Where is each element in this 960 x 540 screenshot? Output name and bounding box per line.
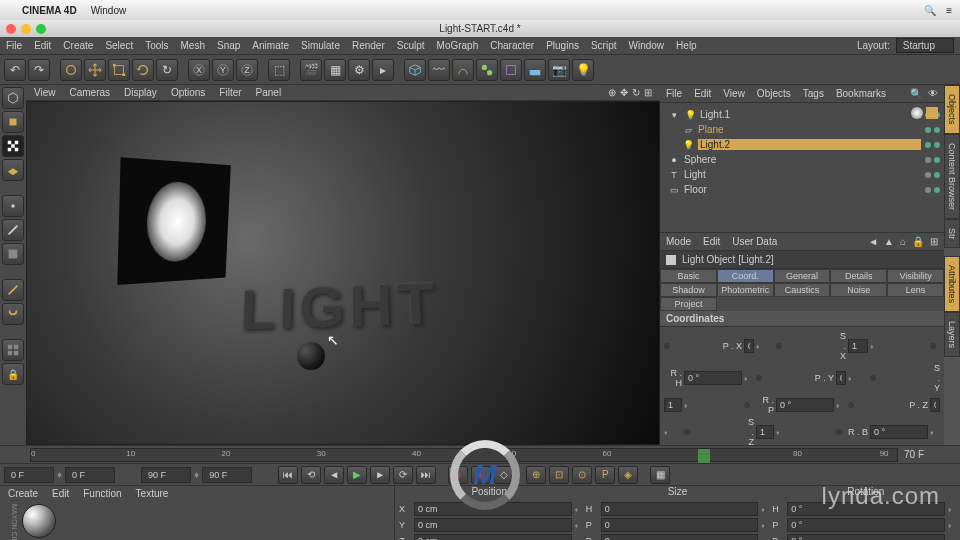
render-queue-button[interactable]: ▸ [372,59,394,81]
menu-simulate[interactable]: Simulate [301,40,340,51]
scale-tool[interactable] [108,59,130,81]
dock-tab-objects[interactable]: Objects [944,85,960,134]
next-frame-button[interactable]: ► [370,466,390,484]
tag-icon[interactable] [926,107,938,119]
keyframe-dot[interactable] [836,429,842,435]
expand-icon[interactable]: ⊞ [930,236,938,247]
tree-row[interactable]: TLight [664,167,940,182]
keyframe-dot[interactable] [870,375,876,381]
menu-character[interactable]: Character [490,40,534,51]
key-param-button[interactable]: P [595,466,615,484]
texture-mode-button[interactable] [2,135,24,157]
attr-edit-menu[interactable]: Edit [703,236,720,247]
dock-tab-layers[interactable]: Layers [944,312,960,357]
key-scale-button[interactable]: ⊡ [549,466,569,484]
menu-mesh[interactable]: Mesh [181,40,205,51]
tree-item-label[interactable]: Plane [698,124,921,135]
camera-button[interactable]: 📷 [548,59,570,81]
nav-back-icon[interactable]: ◄ [868,236,878,247]
z-axis-button[interactable]: Z [236,59,258,81]
generator-button[interactable] [476,59,498,81]
close-icon[interactable] [6,24,16,34]
scale-z-input[interactable] [756,425,774,439]
object-tree[interactable]: ▾💡Light.1 ▱Plane 💡Light.2 ●Sphere TLight… [660,103,944,233]
edge-mode-button[interactable] [2,219,24,241]
mac-window-menu[interactable]: Window [91,5,127,16]
tab-coord[interactable]: Coord. [717,269,774,283]
keyframe-dot[interactable] [744,402,750,408]
menu-mograph[interactable]: MoGraph [437,40,479,51]
anim-mode-button[interactable]: ▦ [650,466,670,484]
vp-nav-icon[interactable]: ⊕ [608,87,616,98]
rot-h-input[interactable] [684,371,742,385]
obj-view-menu[interactable]: View [723,88,745,99]
tab-shadow[interactable]: Shadow [660,283,717,297]
prev-frame-button[interactable]: ◄ [324,466,344,484]
menu-edit[interactable]: Edit [34,40,51,51]
vp-panel-menu[interactable]: Panel [256,87,282,98]
end-frame-input[interactable] [202,467,252,483]
render-region-button[interactable]: ▦ [324,59,346,81]
menu-select[interactable]: Select [105,40,133,51]
render-settings-button[interactable]: ⚙ [348,59,370,81]
attr-mode-menu[interactable]: Mode [666,236,691,247]
obj-edit-menu[interactable]: Edit [694,88,711,99]
rot-b-input[interactable] [870,425,928,439]
mat-edit-menu[interactable]: Edit [52,488,69,499]
obj-tags-menu[interactable]: Tags [803,88,824,99]
lock-icon[interactable]: 🔒 [912,236,924,247]
tree-item-label[interactable]: Light [684,169,921,180]
menu-file[interactable]: File [6,40,22,51]
keyframe-dot[interactable] [776,343,782,349]
play-button[interactable]: ▶ [347,466,367,484]
mat-function-menu[interactable]: Function [83,488,121,499]
preview-end-input[interactable] [141,467,191,483]
x-axis-button[interactable]: X [188,59,210,81]
keyframe-dot[interactable] [756,375,762,381]
dock-tab-structure[interactable]: Str [944,219,960,249]
menu-render[interactable]: Render [352,40,385,51]
preview-start-input[interactable] [65,467,115,483]
locked-workplane-button[interactable]: 🔒 [2,363,24,385]
menu-animate[interactable]: Animate [252,40,289,51]
menu-tools[interactable]: Tools [145,40,168,51]
tree-item-label[interactable]: Sphere [684,154,921,165]
vp-nav-icon[interactable]: ↻ [632,87,640,98]
keyframe-dot[interactable] [848,402,854,408]
tab-photometric[interactable]: Photometric [717,283,774,297]
vp-cameras-menu[interactable]: Cameras [70,87,111,98]
attr-userdata-menu[interactable]: User Data [732,236,777,247]
minimize-icon[interactable] [21,24,31,34]
tree-row[interactable]: ▭Floor [664,182,940,197]
last-tool[interactable]: ↻ [156,59,178,81]
dock-tab-attributes[interactable]: Attributes [944,256,960,312]
expand-icon[interactable]: ▾ [668,109,680,121]
tab-general[interactable]: General [774,269,831,283]
obj-file-menu[interactable]: File [666,88,682,99]
key-rot-button[interactable]: ⊙ [572,466,592,484]
viewport-solo-button[interactable] [2,339,24,361]
undo-button[interactable]: ↶ [4,59,26,81]
vp-filter-menu[interactable]: Filter [219,87,241,98]
goto-end-button[interactable]: ⏭ [416,466,436,484]
menu-plugins[interactable]: Plugins [546,40,579,51]
traffic-lights[interactable] [6,24,46,34]
point-mode-button[interactable] [2,195,24,217]
keyframe-dot[interactable] [684,429,690,435]
redo-button[interactable]: ↷ [28,59,50,81]
rotate-tool[interactable] [132,59,154,81]
snap-button[interactable] [2,303,24,325]
goto-prev-key-button[interactable]: ⟲ [301,466,321,484]
tab-project[interactable]: Project [660,297,717,311]
scale-x-input[interactable] [848,339,868,353]
size-y-field[interactable] [601,518,759,532]
search-icon[interactable]: 🔍 [910,88,922,99]
start-frame-input[interactable] [4,467,54,483]
deformer-button[interactable] [500,59,522,81]
key-pla-button[interactable]: ◈ [618,466,638,484]
tab-caustics[interactable]: Caustics [774,283,831,297]
search-icon[interactable]: 🔍 [924,5,936,16]
rot-p-input[interactable] [776,398,834,412]
obj-bookmarks-menu[interactable]: Bookmarks [836,88,886,99]
object-mode-button[interactable] [2,111,24,133]
